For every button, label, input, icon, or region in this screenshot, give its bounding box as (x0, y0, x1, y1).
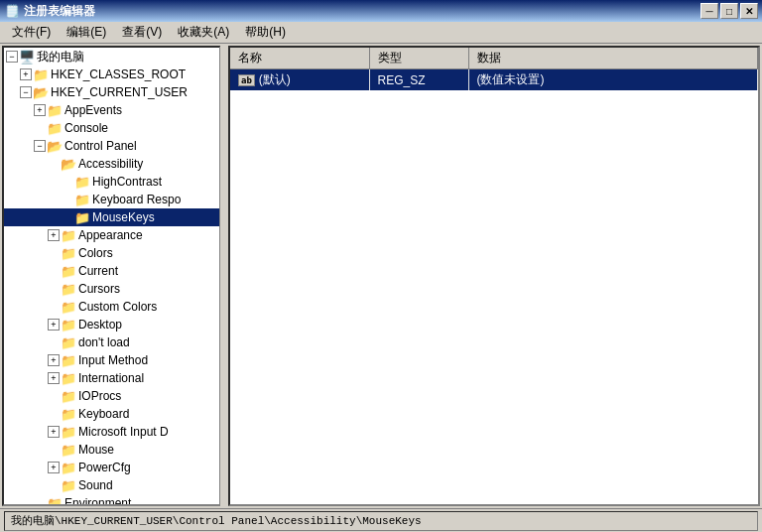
value-name: (默认) (259, 72, 291, 86)
tree-item-appearance[interactable]: +📁Appearance (4, 226, 219, 244)
tree-item-mypc[interactable]: −🖥️我的电脑 (4, 48, 219, 66)
menu-favorites[interactable]: 收藏夹(A) (170, 22, 237, 43)
folder-closed-icon: 📁 (61, 335, 76, 349)
folder-closed-icon: 📁 (61, 389, 76, 403)
folder-closed-icon: 📁 (47, 496, 63, 506)
tree-item-current[interactable]: 📁Current (4, 262, 219, 280)
cell-name: ab(默认) (230, 69, 369, 91)
tree-label-mouse: Mouse (78, 443, 114, 457)
tree-item-mouse[interactable]: 📁Mouse (4, 441, 219, 459)
folder-open-icon: 📂 (33, 85, 49, 99)
tree-label-cursors: Cursors (78, 282, 120, 296)
tree-item-highcontrast[interactable]: 📁HighContrast (4, 173, 219, 191)
expand-btn-inputmethod[interactable]: + (48, 354, 60, 366)
data-panel: 名称 类型 数据 ab(默认)REG_SZ(数值未设置) (228, 46, 760, 506)
folder-open-icon: 📂 (61, 157, 76, 171)
folder-open-icon: 📂 (47, 139, 63, 153)
tree-label-colors: Colors (78, 246, 113, 260)
col-type: 类型 (369, 48, 468, 69)
expand-btn-powercfg[interactable]: + (48, 462, 60, 473)
value-type-icon: ab (238, 74, 255, 86)
splitter[interactable] (222, 46, 226, 506)
tree-label-mypc: 我的电脑 (37, 49, 84, 66)
folder-closed-icon: 📁 (61, 443, 76, 457)
folder-closed-icon: 📁 (47, 103, 63, 117)
expand-btn-international[interactable]: + (48, 372, 60, 384)
tree-label-console: Console (64, 121, 108, 135)
expand-btn-appearance[interactable]: + (48, 229, 60, 241)
minimize-button[interactable]: ─ (700, 3, 718, 19)
tree-label-international: International (78, 371, 144, 385)
tree-panel[interactable]: −🖥️我的电脑+📁HKEY_CLASSES_ROOT−📂HKEY_CURRENT… (2, 46, 220, 506)
folder-closed-icon: 📁 (61, 478, 76, 492)
folder-closed-icon: 📁 (61, 264, 76, 278)
tree-item-colors[interactable]: 📁Colors (4, 244, 219, 262)
tree-item-appevents[interactable]: +📁AppEvents (4, 101, 219, 119)
status-path: 我的电脑\HKEY_CURRENT_USER\Control Panel\Acc… (4, 511, 758, 531)
tree-item-international[interactable]: +📁International (4, 369, 219, 387)
col-name: 名称 (230, 48, 369, 69)
table-row[interactable]: ab(默认)REG_SZ(数值未设置) (230, 69, 758, 91)
tree-label-controlpanel: Control Panel (64, 139, 137, 153)
tree-item-customcolors[interactable]: 📁Custom Colors (4, 298, 219, 316)
expand-btn-hkcr[interactable]: + (20, 68, 32, 80)
tree-item-mousekeys[interactable]: 📁MouseKeys (4, 208, 219, 226)
tree-label-inputmethod: Input Method (78, 353, 148, 367)
main-content: −🖥️我的电脑+📁HKEY_CLASSES_ROOT−📂HKEY_CURRENT… (0, 44, 762, 508)
cell-data: (数值未设置) (468, 69, 758, 91)
folder-closed-icon: 📁 (47, 121, 63, 135)
tree-item-hkcu[interactable]: −📂HKEY_CURRENT_USER (4, 83, 219, 101)
folder-closed-icon: 📁 (74, 210, 90, 224)
expand-btn-controlpanel[interactable]: − (34, 140, 46, 152)
tree-item-keyboard[interactable]: 📁Keyboard (4, 405, 219, 423)
tree-label-sound: Sound (78, 478, 113, 492)
tree-label-desktop: Desktop (78, 318, 122, 332)
title-buttons: ─ □ ✕ (700, 3, 758, 19)
tree-item-microsoftinputd[interactable]: +📁Microsoft Input D (4, 423, 219, 441)
tree-label-hkcu: HKEY_CURRENT_USER (51, 85, 188, 99)
tree-item-hkcr[interactable]: +📁HKEY_CLASSES_ROOT (4, 66, 219, 83)
tree-label-highcontrast: HighContrast (92, 175, 162, 189)
tree-label-appevents: AppEvents (64, 103, 122, 117)
tree-label-environment: Environment (64, 496, 131, 506)
tree-item-accessibility[interactable]: 📂Accessibility (4, 155, 219, 173)
tree-item-ioprcs[interactable]: 📁IOProcs (4, 387, 219, 405)
tree-item-sound[interactable]: 📁Sound (4, 476, 219, 494)
computer-icon: 🖥️ (19, 50, 35, 64)
expand-btn-microsoftinputd[interactable]: + (48, 426, 60, 438)
tree-label-ioprcs: IOProcs (78, 389, 121, 403)
maximize-button[interactable]: □ (720, 3, 738, 19)
expand-btn-hkcu[interactable]: − (20, 86, 32, 98)
tree-item-powercfg[interactable]: +📁PowerCfg (4, 459, 219, 476)
tree-label-dontload: don't load (78, 335, 130, 349)
tree-item-keyboardresp[interactable]: 📁Keyboard Respo (4, 191, 219, 208)
folder-closed-icon: 📁 (61, 282, 76, 296)
tree-item-cursors[interactable]: 📁Cursors (4, 280, 219, 298)
tree-item-desktop[interactable]: +📁Desktop (4, 316, 219, 333)
folder-closed-icon: 📁 (61, 461, 76, 474)
tree-item-dontload[interactable]: 📁don't load (4, 333, 219, 351)
folder-closed-icon: 📁 (74, 175, 90, 189)
folder-closed-icon: 📁 (61, 318, 76, 332)
tree-item-environment[interactable]: 📁Environment (4, 494, 219, 506)
close-button[interactable]: ✕ (740, 3, 758, 19)
tree-label-customcolors: Custom Colors (78, 300, 157, 314)
col-data: 数据 (468, 48, 758, 69)
folder-closed-icon: 📁 (61, 371, 76, 385)
folder-closed-icon: 📁 (61, 228, 76, 242)
menu-edit[interactable]: 编辑(E) (59, 22, 114, 43)
menu-view[interactable]: 查看(V) (114, 22, 170, 43)
menu-file[interactable]: 文件(F) (4, 22, 59, 43)
menu-help[interactable]: 帮助(H) (237, 22, 294, 43)
tree-label-hkcr: HKEY_CLASSES_ROOT (51, 67, 186, 81)
tree-label-current: Current (78, 264, 118, 278)
app-icon: 🗒️ (4, 3, 20, 19)
tree-item-console[interactable]: 📁Console (4, 119, 219, 137)
tree-item-controlpanel[interactable]: −📂Control Panel (4, 137, 219, 155)
folder-closed-icon: 📁 (74, 193, 90, 206)
tree-item-inputmethod[interactable]: +📁Input Method (4, 351, 219, 369)
expand-btn-mypc[interactable]: − (6, 51, 18, 63)
expand-btn-appevents[interactable]: + (34, 104, 46, 116)
expand-btn-desktop[interactable]: + (48, 319, 60, 331)
status-bar: 我的电脑\HKEY_CURRENT_USER\Control Panel\Acc… (0, 508, 762, 532)
